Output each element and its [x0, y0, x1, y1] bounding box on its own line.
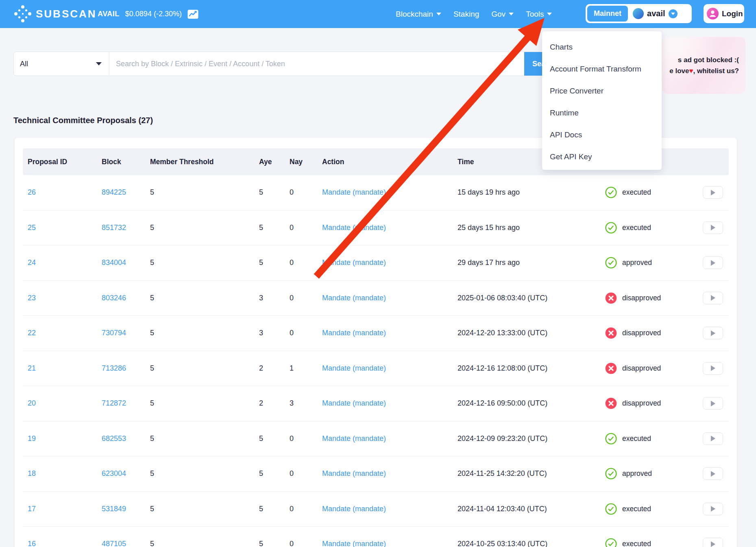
status-label: disapproved	[622, 399, 661, 408]
block-link[interactable]: 803246	[102, 294, 126, 302]
column-header-proposal-id: Proposal ID	[23, 158, 102, 166]
chain-dropdown-icon[interactable]	[669, 9, 678, 18]
row-detail-button[interactable]	[703, 292, 723, 304]
error-cross-icon	[605, 292, 617, 304]
row-detail-button[interactable]	[703, 221, 723, 234]
block-link[interactable]: 894225	[102, 188, 126, 196]
action-link[interactable]: Mandate (mandate)	[322, 258, 386, 267]
proposal-id-link[interactable]: 22	[28, 329, 36, 337]
menu-item-account-format-transform[interactable]: Account Format Transform	[542, 58, 662, 80]
block-link[interactable]: 712872	[102, 399, 126, 407]
search-input[interactable]	[109, 52, 524, 76]
column-header-member-threshold: Member Threshold	[150, 158, 259, 166]
action-link[interactable]: Mandate (mandate)	[322, 399, 386, 407]
block-link[interactable]: 834004	[102, 258, 126, 267]
cell-block: 894225	[102, 188, 150, 197]
block-link[interactable]: 623004	[102, 469, 126, 478]
proposal-id-link[interactable]: 24	[28, 258, 36, 267]
row-detail-button[interactable]	[703, 503, 723, 515]
action-link[interactable]: Mandate (mandate)	[322, 294, 386, 302]
action-link[interactable]: Mandate (mandate)	[322, 329, 386, 337]
chain-selector[interactable]: avail	[628, 8, 681, 19]
row-detail-button[interactable]	[703, 362, 723, 375]
block-link[interactable]: 713286	[102, 364, 126, 372]
proposal-id-link[interactable]: 23	[28, 294, 36, 302]
row-detail-button[interactable]	[703, 432, 723, 445]
cell-detail	[703, 397, 729, 410]
cell-proposal-id: 20	[23, 399, 102, 408]
time-value: 2024-12-16 12:08:00 (UTC)	[458, 364, 547, 372]
table-body: 26894225550Mandate (mandate)15 days 19 h…	[23, 175, 729, 547]
action-link[interactable]: Mandate (mandate)	[322, 434, 386, 443]
menu-item-price-converter[interactable]: Price Converter	[542, 80, 662, 102]
subscan-logo[interactable]: SUBSCAN	[14, 5, 97, 23]
status-badge: disapproved	[605, 397, 703, 409]
status-badge: executed	[605, 433, 703, 445]
nay-value: 0	[290, 294, 294, 302]
aye-value: 5	[259, 188, 263, 196]
proposal-id-link[interactable]: 21	[28, 364, 36, 372]
nav-item-staking[interactable]: Staking	[453, 10, 479, 19]
table-row: 18623004550Mandate (mandate)2024-11-25 1…	[23, 456, 729, 492]
cell-proposal-id: 21	[23, 364, 102, 373]
column-header-action: Action	[322, 158, 458, 166]
price-chart-icon[interactable]	[187, 9, 198, 19]
row-detail-button[interactable]	[703, 186, 723, 199]
nav-item-blockchain[interactable]: Blockchain	[396, 10, 441, 19]
cell-proposal-id: 22	[23, 329, 102, 337]
error-cross-icon	[605, 397, 617, 409]
aye-value: 5	[259, 258, 263, 267]
menu-item-get-api-key[interactable]: Get API Key	[542, 146, 662, 168]
menu-item-api-docs[interactable]: API Docs	[542, 124, 662, 146]
action-link[interactable]: Mandate (mandate)	[322, 188, 386, 196]
row-detail-button[interactable]	[703, 256, 723, 269]
block-link[interactable]: 487105	[102, 540, 126, 547]
time-value: 2024-11-04 12:03:40 (UTC)	[458, 505, 547, 513]
play-arrow-icon	[711, 190, 715, 195]
block-link[interactable]: 851732	[102, 224, 126, 232]
row-detail-button[interactable]	[703, 327, 723, 339]
cell-proposal-id: 26	[23, 188, 102, 197]
block-link[interactable]: 682553	[102, 434, 126, 443]
cell-action: Mandate (mandate)	[322, 364, 458, 373]
action-link[interactable]: Mandate (mandate)	[322, 540, 386, 547]
proposal-id-link[interactable]: 20	[28, 399, 36, 407]
proposal-id-link[interactable]: 18	[28, 469, 36, 478]
menu-item-runtime[interactable]: Runtime	[542, 102, 662, 124]
cell-aye: 3	[259, 294, 290, 302]
proposal-id-link[interactable]: 16	[28, 540, 36, 547]
success-check-icon	[605, 257, 617, 269]
action-link[interactable]: Mandate (mandate)	[322, 505, 386, 513]
aye-value: 3	[259, 294, 263, 302]
status-label: disapproved	[622, 329, 661, 337]
search-filter-value: All	[20, 60, 28, 68]
action-link[interactable]: Mandate (mandate)	[322, 364, 386, 372]
cell-nay: 0	[290, 434, 322, 443]
block-link[interactable]: 730794	[102, 329, 126, 337]
proposal-id-link[interactable]: 26	[28, 188, 36, 196]
nav-item-gov[interactable]: Gov	[491, 10, 514, 19]
proposal-id-link[interactable]: 19	[28, 434, 36, 443]
login-button[interactable]: Login	[704, 4, 744, 23]
block-link[interactable]: 531849	[102, 505, 126, 513]
table-row: 20712872523Mandate (mandate)2024-12-16 0…	[23, 386, 729, 421]
cell-detail	[703, 292, 729, 304]
cell-nay: 0	[290, 294, 322, 302]
menu-item-charts[interactable]: Charts	[542, 36, 662, 58]
cell-nay: 0	[290, 188, 322, 197]
mainnet-button[interactable]: Mainnet	[587, 6, 628, 22]
nav-item-tools[interactable]: Tools	[526, 10, 552, 19]
proposal-id-link[interactable]: 25	[28, 224, 36, 232]
play-arrow-icon	[711, 295, 715, 301]
row-detail-button[interactable]	[703, 397, 723, 410]
cell-action: Mandate (mandate)	[322, 329, 458, 337]
row-detail-button[interactable]	[703, 538, 723, 547]
nay-value: 0	[290, 469, 294, 478]
proposal-id-link[interactable]: 17	[28, 505, 36, 513]
action-link[interactable]: Mandate (mandate)	[322, 224, 386, 232]
search-filter-select[interactable]: All	[14, 52, 109, 76]
table-row: 23803246530Mandate (mandate)2025-01-06 0…	[23, 281, 729, 316]
row-detail-button[interactable]	[703, 467, 723, 480]
action-link[interactable]: Mandate (mandate)	[322, 469, 386, 478]
status-label: approved	[622, 258, 652, 267]
